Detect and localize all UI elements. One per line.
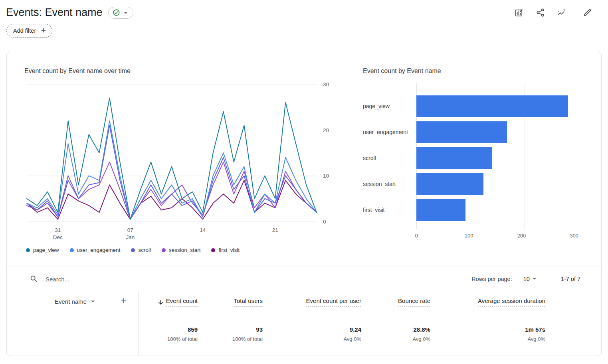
svg-text:Jan: Jan: [126, 234, 135, 240]
chevron-down-icon[interactable]: [89, 297, 97, 305]
pagination-controls: Rows per page: 10 1-7 of 7: [471, 275, 580, 284]
table-toolbar: Rows per page: 10 1-7 of 7: [7, 267, 601, 291]
legend-dot-icon: [70, 248, 74, 252]
check-circle-icon: [113, 9, 120, 16]
column-header-bounce-rate[interactable]: Bounce rate: [361, 291, 430, 312]
total-value: 93: [198, 326, 263, 333]
bar-category-label: scroll: [363, 154, 416, 162]
total-subtext: 100% of total: [198, 336, 263, 342]
bar-category-label: page_view: [363, 102, 416, 110]
search-input[interactable]: [45, 275, 471, 283]
bar-gridline: [579, 83, 579, 229]
dimension-header-label[interactable]: Event name: [55, 298, 87, 305]
report-status-chip[interactable]: [108, 7, 133, 19]
sort-descending-icon: [157, 299, 164, 306]
legend-item-scroll: scroll: [131, 247, 151, 253]
line-chart[interactable]: 010203031Dec07Jan1421: [24, 79, 342, 244]
insights-button[interactable]: [556, 7, 567, 18]
rows-per-page-select[interactable]: 10: [523, 275, 539, 284]
bar-track: [416, 121, 579, 143]
chart-legend: page_viewuser_engagementscrollsession_st…: [24, 247, 342, 253]
bar-chart-title: Event count by Event name: [363, 67, 584, 75]
bar[interactable]: [416, 173, 483, 195]
legend-dot-icon: [162, 248, 166, 252]
bar-axis-tick: 300: [570, 233, 578, 239]
bar-category-label: user_engagement: [363, 128, 416, 136]
share-button[interactable]: [535, 7, 546, 18]
total-subtext: Avg 0%: [430, 336, 545, 342]
svg-text:31: 31: [55, 227, 61, 233]
line-chart-section: Event count by Event name over time 0102…: [24, 67, 342, 253]
bar-row-scroll: scroll: [363, 147, 579, 169]
totals-cell-event-count-per-user: 9.24Avg 0%: [263, 312, 361, 356]
add-filter-button[interactable]: Add filter: [6, 24, 52, 38]
totals-dimension-cell: [7, 312, 139, 356]
legend-label: user_engagement: [77, 247, 121, 253]
bar-track: [416, 95, 579, 117]
svg-text:14: 14: [200, 227, 206, 233]
edit-icon: [583, 8, 592, 17]
table-section: Rows per page: 10 1-7 of 7 Event name: [7, 267, 601, 356]
customize-report-button[interactable]: [513, 7, 525, 18]
legend-label: scroll: [138, 247, 151, 253]
insights-icon: [557, 8, 566, 17]
search-icon: [30, 275, 38, 283]
share-icon: [536, 8, 545, 17]
dimension-header-cell: Event name: [7, 291, 139, 312]
bar-axis-tick: 0: [415, 233, 418, 239]
column-header-event-count-per-user[interactable]: Event count per user: [263, 291, 361, 312]
table-header-row: Event name Event countTotal usersEvent c…: [7, 291, 601, 312]
column-header-event-count[interactable]: Event count: [139, 291, 198, 312]
bar-axis-tick: 100: [465, 233, 473, 239]
totals-cell-total-users: 93100% of total: [198, 312, 263, 356]
svg-text:30: 30: [323, 81, 329, 87]
bar-row-first-visit: first_visit: [363, 199, 579, 221]
svg-text:21: 21: [272, 227, 278, 233]
bar-category-label: first_visit: [363, 206, 416, 214]
rows-per-page-label: Rows per page:: [471, 276, 512, 282]
column-header-total-users[interactable]: Total users: [198, 291, 263, 312]
totals-cell-event-count: 859100% of total: [139, 312, 198, 356]
add-dimension-button[interactable]: [119, 297, 128, 306]
column-header-average-session-duration[interactable]: Average session duration: [430, 291, 545, 312]
total-value: 9.24: [263, 326, 361, 333]
chevron-down-icon: [531, 275, 539, 284]
plus-icon: [40, 27, 47, 35]
total-value: 1m 57s: [430, 326, 545, 333]
svg-text:07: 07: [127, 227, 133, 233]
edit-button[interactable]: [582, 7, 593, 18]
svg-text:0: 0: [323, 219, 326, 225]
total-subtext: Avg 0%: [263, 336, 361, 342]
bar[interactable]: [416, 95, 568, 117]
legend-dot-icon: [26, 248, 30, 252]
svg-text:20: 20: [323, 127, 329, 133]
chevron-down-icon: [122, 9, 130, 17]
series-session-start: [27, 162, 317, 219]
bar-row-session-start: session_start: [363, 173, 579, 195]
total-subtext: 100% of total: [139, 336, 198, 342]
series-first-visit: [27, 180, 317, 220]
add-filter-label: Add filter: [13, 28, 36, 34]
bar-row-user-engagement: user_engagement: [363, 121, 579, 143]
bar-chart[interactable]: page_viewuser_engagementscrollsession_st…: [363, 83, 584, 241]
bar-x-axis: 0100200300: [416, 229, 574, 241]
bar[interactable]: [416, 199, 465, 221]
legend-label: session_start: [169, 247, 201, 253]
svg-text:10: 10: [323, 173, 329, 179]
legend-label: page_view: [33, 247, 59, 253]
bar-rows: page_viewuser_engagementscrollsession_st…: [363, 83, 579, 229]
svg-text:Dec: Dec: [53, 234, 63, 240]
total-subtext: Avg 0%: [361, 336, 430, 342]
rows-per-page-value: 10: [523, 276, 530, 282]
report-card: Event count by Event name over time 0102…: [6, 52, 602, 356]
customize-report-icon: [515, 8, 524, 17]
bar-track: [416, 147, 579, 169]
bar[interactable]: [416, 147, 492, 169]
bar[interactable]: [416, 121, 507, 143]
charts-row: Event count by Event name over time 0102…: [7, 52, 601, 253]
report-header: Events: Event name: [0, 0, 608, 38]
table-totals-row: 859100% of total93100% of total9.24Avg 0…: [7, 312, 601, 356]
bar-track: [416, 199, 579, 221]
legend-item-page-view: page_view: [26, 247, 59, 253]
page-title: Events: Event name: [6, 6, 103, 19]
